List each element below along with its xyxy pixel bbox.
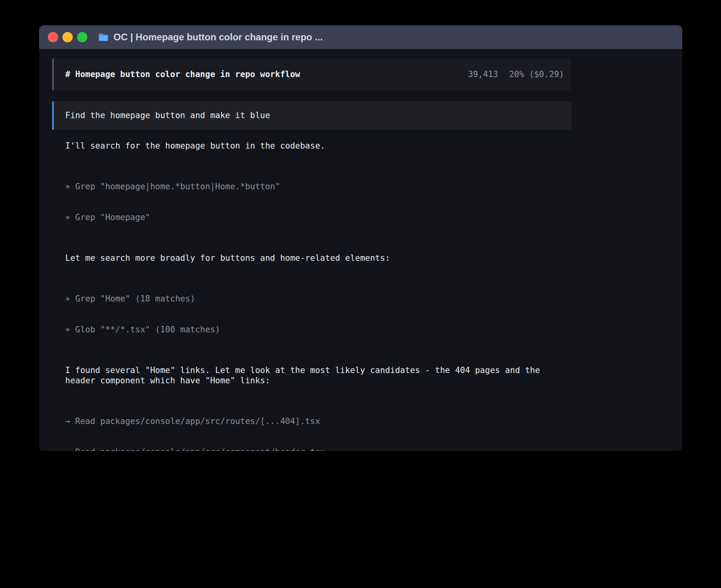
assistant-response: I'll search for the homepage button in t… bbox=[52, 141, 571, 451]
user-message: Find the homepage button and make it blu… bbox=[52, 101, 571, 130]
tool-call-glob: ∗ Glob "**/*.tsx" (100 matches) bbox=[65, 324, 563, 335]
folder-icon bbox=[98, 33, 109, 41]
tool-call-group: ∗ Grep "homepage|home.*button|Home.*butt… bbox=[65, 161, 563, 243]
session-stats: 39,413 20% ($0.29) bbox=[468, 70, 564, 79]
assistant-paragraph: I'll search for the homepage button in t… bbox=[65, 141, 563, 151]
zoom-button[interactable] bbox=[77, 32, 87, 42]
token-count: 39,413 bbox=[468, 70, 498, 79]
desktop-background: { "window": { "title": "OC | Homepage bu… bbox=[0, 0, 721, 588]
tool-call-read: → Read packages/console/app/src/componen… bbox=[65, 447, 563, 451]
terminal-window: OC | Homepage button color change in rep… bbox=[39, 25, 682, 451]
assistant-paragraph: Let me search more broadly for buttons a… bbox=[65, 253, 563, 263]
window-title: OC | Homepage button color change in rep… bbox=[113, 32, 323, 43]
session-title: # Homepage button color change in repo w… bbox=[65, 70, 300, 79]
terminal-content: # Homepage button color change in repo w… bbox=[39, 49, 682, 451]
close-button[interactable] bbox=[48, 32, 58, 42]
context-usage: 20% ($0.29) bbox=[509, 70, 564, 79]
traffic-lights bbox=[48, 32, 87, 42]
tool-call-grep: ∗ Grep "homepage|home.*button|Home.*butt… bbox=[65, 181, 563, 192]
tool-call-group: ∗ Grep "Home" (18 matches) ∗ Glob "**/*.… bbox=[65, 273, 563, 355]
minimize-button[interactable] bbox=[62, 32, 73, 42]
tool-call-grep: ∗ Grep "Homepage" bbox=[65, 212, 563, 222]
tool-call-read: → Read packages/console/app/src/routes/[… bbox=[65, 416, 563, 426]
tool-call-grep: ∗ Grep "Home" (18 matches) bbox=[65, 294, 563, 304]
session-header: # Homepage button color change in repo w… bbox=[52, 58, 571, 90]
tool-call-group: → Read packages/console/app/src/routes/[… bbox=[65, 396, 563, 451]
assistant-paragraph: I found several "Home" links. Let me loo… bbox=[65, 365, 563, 386]
user-message-text: Find the homepage button and make it blu… bbox=[65, 111, 270, 120]
titlebar[interactable]: OC | Homepage button color change in rep… bbox=[39, 25, 682, 49]
